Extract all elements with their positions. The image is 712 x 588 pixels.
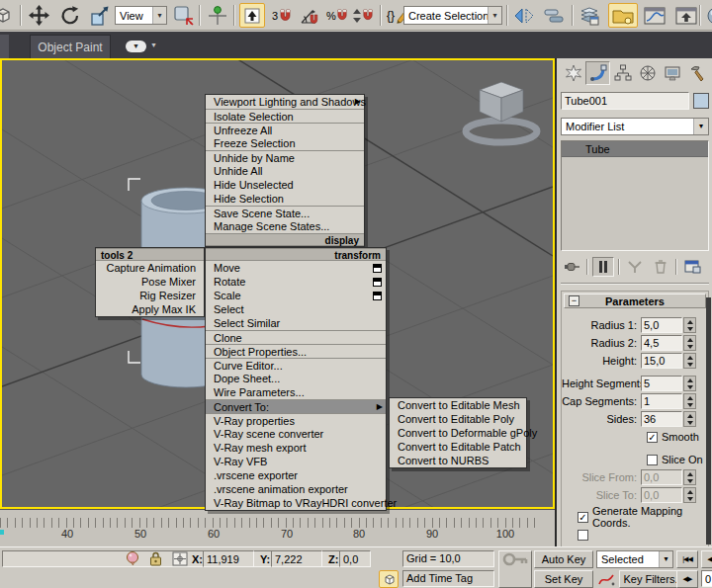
- slice-on-checkbox[interactable]: [647, 455, 658, 465]
- current-frame-field[interactable]: [701, 570, 712, 587]
- generate-mapping-checkbox[interactable]: ✓: [578, 512, 588, 523]
- spinner-up-icon[interactable]: [684, 377, 695, 383]
- layer-manager-button[interactable]: [577, 3, 602, 28]
- add-time-tag-field[interactable]: Add Time Tag: [402, 570, 494, 587]
- tab-object-paint[interactable]: Object Paint: [30, 35, 111, 58]
- x-coordinate-field[interactable]: [203, 550, 254, 567]
- go-to-start-button[interactable]: |◀◀: [676, 550, 698, 568]
- time-tag-cube-button[interactable]: [379, 570, 399, 588]
- menu-item-hide-selection[interactable]: Hide Selection: [206, 192, 364, 206]
- track-bar[interactable]: 40 50 60 70 80 90 100: [0, 509, 555, 546]
- reference-coordinate-dropdown[interactable]: View ▾: [115, 6, 167, 25]
- auto-key-button[interactable]: Auto Key: [534, 550, 593, 568]
- menu-item-vray-bitmap-converter[interactable]: V-Ray Bitmap to VRayHDRI converter: [206, 496, 386, 510]
- mirror-button[interactable]: [511, 3, 537, 28]
- settings-box-icon[interactable]: [373, 278, 382, 287]
- select-and-scale-button[interactable]: [87, 3, 113, 28]
- chevron-down-icon[interactable]: ▾: [693, 119, 708, 134]
- menu-item-rotate[interactable]: Rotate: [206, 275, 386, 289]
- sides-field[interactable]: 36: [641, 411, 682, 427]
- menu-item-isolate-selection[interactable]: Isolate Selection: [206, 109, 364, 123]
- menu-item-convert-editable-mesh[interactable]: Convert to Editable Mesh: [390, 398, 526, 412]
- spinner-down-icon[interactable]: [684, 343, 695, 350]
- selection-filter-dropdown[interactable]: Selected ▾: [596, 550, 673, 568]
- menu-item-object-properties[interactable]: Object Properties...: [206, 344, 386, 358]
- object-name-field[interactable]: [561, 92, 689, 110]
- tab-create[interactable]: [561, 61, 585, 85]
- select-and-rotate-button[interactable]: [57, 3, 83, 28]
- schematic-view-button[interactable]: [673, 3, 699, 28]
- menu-item-unhide-all[interactable]: Unhide All: [206, 164, 364, 178]
- menu-item-convert-editable-patch[interactable]: Convert to Editable Patch: [390, 440, 526, 454]
- menu-item-select-similar[interactable]: Select Similar: [206, 316, 386, 330]
- menu-item-vray-mesh-export[interactable]: V-Ray mesh export: [206, 441, 386, 455]
- menu-item-hide-unselected[interactable]: Hide Unselected: [206, 178, 364, 192]
- angle-snap-toggle-button[interactable]: [297, 3, 322, 28]
- menu-item-unfreeze-all[interactable]: Unfreeze All: [206, 123, 364, 136]
- y-coordinate-field[interactable]: [271, 550, 322, 567]
- settings-box-icon[interactable]: [373, 292, 382, 300]
- z-coordinate-field[interactable]: [339, 550, 371, 567]
- menu-item-freeze-selection[interactable]: Freeze Selection: [206, 136, 364, 150]
- collapse-icon[interactable]: −: [569, 295, 579, 306]
- menu-item-vrscene-animation-exporter[interactable]: .vrscene animation exporter: [206, 482, 386, 496]
- spinner-up-icon[interactable]: [684, 354, 695, 361]
- object-color-swatch[interactable]: [693, 93, 709, 109]
- select-and-move-button[interactable]: [26, 3, 51, 28]
- time-slider-marker[interactable]: [0, 530, 4, 535]
- pin-stack-button[interactable]: [561, 257, 582, 277]
- parameters-rollout-header[interactable]: − Parameters: [564, 294, 706, 308]
- radius2-spinner[interactable]: [683, 335, 696, 351]
- chevron-down-icon[interactable]: ▾: [659, 551, 672, 567]
- key-mode-toggle-button[interactable]: ◀▶: [676, 570, 698, 588]
- modifier-list-dropdown[interactable]: Modifier List ▾: [561, 118, 709, 135]
- radius2-field[interactable]: 4,5: [641, 335, 682, 351]
- clipped-checkbox[interactable]: [578, 530, 588, 541]
- tab-display[interactable]: [660, 61, 684, 85]
- curve-editor-button[interactable]: [642, 3, 668, 28]
- chevron-down-icon[interactable]: ▾: [152, 7, 166, 24]
- snaps-toolbar-cube-icon[interactable]: [0, 3, 14, 28]
- menu-item-select[interactable]: Select: [206, 302, 386, 316]
- smooth-checkbox[interactable]: ✓: [647, 432, 658, 443]
- spinner-up-icon[interactable]: [684, 412, 695, 419]
- spinner-up-icon[interactable]: [684, 318, 695, 325]
- cap-segments-field[interactable]: 1: [641, 393, 682, 409]
- ribbon-minimize-button[interactable]: ▼: [126, 41, 146, 52]
- spinner-down-icon[interactable]: [684, 325, 695, 332]
- maxscript-listener-button[interactable]: [125, 550, 140, 569]
- menu-item-vray-scene-converter[interactable]: V-Ray scene converter: [206, 427, 386, 441]
- percent-snap-toggle-button[interactable]: %: [324, 3, 350, 28]
- ribbon-edge-tab[interactable]: [0, 35, 9, 58]
- menu-item-vray-vfb[interactable]: V-Ray VFB: [206, 455, 386, 468]
- show-end-result-button[interactable]: [592, 257, 614, 277]
- spinner-snap-toggle-button[interactable]: [350, 3, 376, 28]
- menu-item-curve-editor[interactable]: Curve Editor...: [206, 358, 386, 372]
- menu-item-rig-resizer[interactable]: Rig Resizer: [96, 289, 204, 302]
- menu-item-convert-nurbs[interactable]: Convert to NURBS: [390, 454, 526, 467]
- menu-item-move[interactable]: Move: [206, 261, 386, 275]
- spinner-down-icon[interactable]: [684, 401, 695, 408]
- menu-item-capture-animation[interactable]: Capture Animation: [96, 261, 204, 275]
- menu-item-clone[interactable]: Clone: [206, 330, 386, 344]
- sides-spinner[interactable]: [683, 411, 696, 427]
- keyboard-shortcut-override-toggle[interactable]: [239, 3, 265, 28]
- set-key-button[interactable]: Set Key: [534, 570, 593, 588]
- menu-item-vrscene-exporter[interactable]: .vrscene exporter: [206, 468, 386, 482]
- snap-toggle-3d-button[interactable]: 3: [269, 3, 295, 28]
- select-and-manipulate-button[interactable]: [205, 3, 230, 28]
- previous-frame-button[interactable]: ◀: [701, 550, 712, 568]
- menu-item-wire-parameters[interactable]: Wire Parameters...: [206, 385, 386, 399]
- spinner-down-icon[interactable]: [684, 419, 695, 426]
- align-button[interactable]: [541, 3, 567, 28]
- menu-item-convert-editable-poly[interactable]: Convert to Editable Poly: [390, 412, 526, 426]
- spinner-up-icon[interactable]: [684, 336, 695, 343]
- set-keys-button[interactable]: [498, 550, 532, 588]
- menu-item-scale[interactable]: Scale: [206, 289, 386, 302]
- spinner-down-icon[interactable]: [684, 383, 695, 390]
- use-pivot-point-center-button[interactable]: [170, 3, 196, 28]
- tab-motion[interactable]: [635, 61, 660, 85]
- menu-item-apply-max-ik[interactable]: Apply Max IK: [96, 302, 204, 316]
- menu-item-vray-properties[interactable]: V-Ray properties: [206, 413, 386, 427]
- spinner-up-icon[interactable]: [684, 394, 695, 401]
